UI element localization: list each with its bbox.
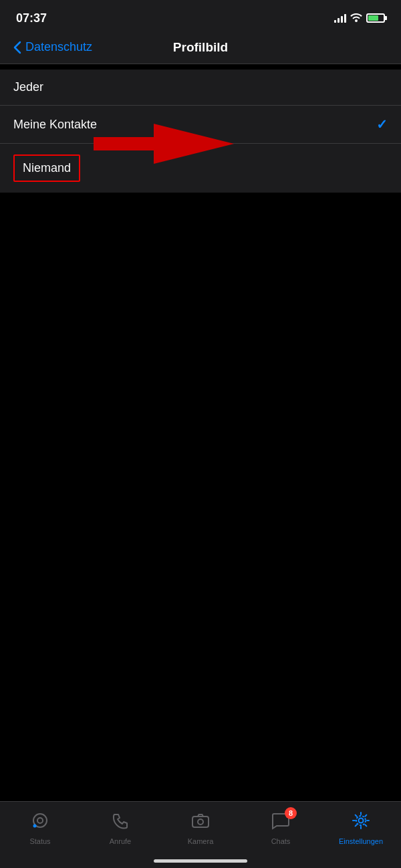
tab-kamera[interactable]: Kamera <box>174 811 227 845</box>
tab-einstellungen[interactable]: Einstellungen <box>334 811 388 845</box>
red-arrow-icon <box>87 120 241 167</box>
status-icon <box>31 811 49 835</box>
svg-point-3 <box>33 825 37 828</box>
phone-icon <box>111 811 130 835</box>
tab-chats[interactable]: 8 Chats <box>254 811 307 845</box>
tab-chats-label: Chats <box>271 837 291 845</box>
settings-icon <box>352 811 370 835</box>
checkmark-icon: ✓ <box>376 116 388 132</box>
svg-point-6 <box>359 819 364 823</box>
option-jeder-label: Jeder <box>13 80 43 94</box>
chats-badge: 8 <box>285 807 297 819</box>
nav-title: Profilbild <box>173 40 228 55</box>
tab-einstellungen-label: Einstellungen <box>339 837 383 845</box>
svg-point-5 <box>198 819 203 825</box>
niemand-highlight-box: Niemand <box>13 154 80 182</box>
separator <box>0 64 401 70</box>
wifi-icon <box>350 13 362 24</box>
status-icons <box>334 13 385 24</box>
tab-kamera-label: Kamera <box>188 837 214 845</box>
option-niemand-label: Niemand <box>23 161 71 175</box>
option-meine-kontakte-label: Meine Kontakte <box>13 118 97 132</box>
nav-bar: Datenschutz Profilbild <box>0 33 401 64</box>
back-button[interactable]: Datenschutz <box>13 40 92 54</box>
home-indicator <box>154 859 247 863</box>
svg-point-7 <box>356 816 366 825</box>
chat-icon: 8 <box>271 811 290 835</box>
svg-point-2 <box>37 818 43 823</box>
tab-status-label: Status <box>29 837 50 845</box>
tab-status[interactable]: Status <box>13 811 67 845</box>
svg-marker-0 <box>94 124 234 164</box>
status-time: 07:37 <box>16 11 47 25</box>
signal-bars-icon <box>334 13 346 23</box>
battery-icon <box>366 13 385 23</box>
status-bar: 07:37 <box>0 0 401 33</box>
option-jeder[interactable]: Jeder <box>0 70 401 106</box>
tab-bar: Status Anrufe Kamera 8 Chats <box>0 801 401 868</box>
camera-icon <box>191 811 210 835</box>
back-label: Datenschutz <box>25 40 92 54</box>
tab-anrufe[interactable]: Anrufe <box>94 811 147 845</box>
tab-anrufe-label: Anrufe <box>110 837 131 845</box>
svg-rect-4 <box>192 817 209 827</box>
